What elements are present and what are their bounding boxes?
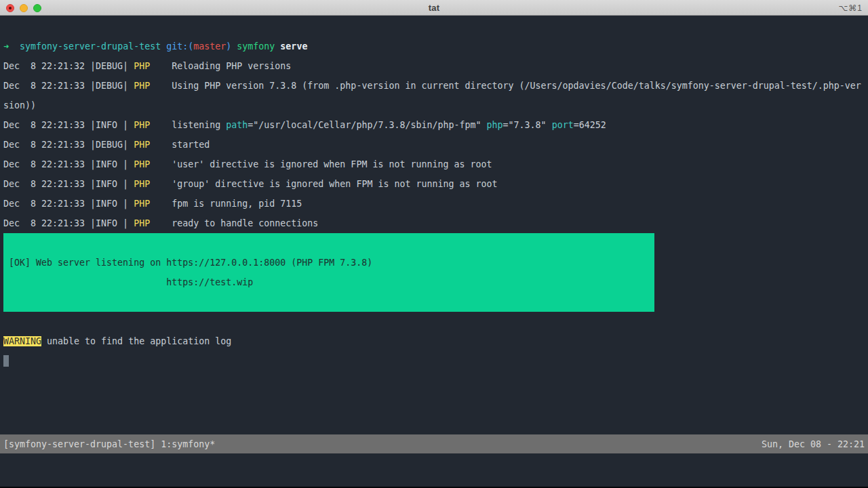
log-line: Dec 8 22:21:32 |DEBUG| PHP Reloading PHP…: [3, 56, 868, 76]
terminal-text-segment: PHP: [134, 218, 150, 228]
warning-badge: WARNING: [3, 336, 41, 346]
terminal-text-segment: Dec 8 22:21:33 |INFO |: [3, 179, 134, 189]
log-line: Dec 8 22:21:33 |INFO | PHP 'user' direct…: [3, 155, 868, 174]
window-titlebar[interactable]: tat ⌥⌘1: [0, 0, 868, 16]
terminal-text-segment: Using PHP version 7.3.8 (from .php-versi…: [150, 81, 861, 91]
terminal-text-segment: unable to find the application log: [41, 336, 231, 346]
terminal-text-segment: PHP: [134, 199, 150, 209]
tmux-status-bar: [symfony-server-drupal-test] 1:symfony* …: [0, 434, 868, 453]
terminal-text-segment: PHP: [134, 81, 150, 91]
terminal-text-segment: Dec 8 22:21:33 |INFO |: [3, 199, 134, 209]
log-line-wrap: sion)): [3, 96, 868, 115]
warning-line: WARNING unable to find the application l…: [3, 331, 868, 351]
terminal-text-segment: ="/usr/local/Cellar/php/7.3.8/sbin/php-f…: [248, 120, 486, 130]
terminal-text-segment: started: [150, 140, 210, 150]
terminal-text-segment: php: [487, 120, 503, 130]
fullscreen-button[interactable]: [33, 4, 41, 12]
terminal-text-segment: path: [226, 120, 248, 130]
success-message-box: [OK] Web server listening on https://127…: [3, 233, 654, 312]
terminal-text-segment: PHP: [134, 159, 150, 169]
terminal-text-segment: Dec 8 22:21:33 |INFO |: [3, 120, 134, 130]
terminal-text-segment: sion)): [3, 100, 36, 110]
log-line: Dec 8 22:21:33 |INFO | PHP 'group' direc…: [3, 174, 868, 194]
terminal-text-segment: ➜: [3, 41, 20, 52]
terminal-text-segment: [161, 41, 166, 52]
terminal-text-segment: PHP: [134, 120, 150, 130]
log-line: Dec 8 22:21:33 |DEBUG| PHP started: [3, 135, 868, 155]
log-line: Dec 8 22:21:33 |INFO | PHP listening pat…: [3, 115, 868, 135]
terminal-text-segment: 'user' directive is ignored when FPM is …: [150, 159, 492, 169]
terminal-text-segment: port: [552, 120, 574, 130]
terminal-text-segment: Dec 8 22:21:32 |DEBUG|: [3, 61, 134, 71]
terminal-content[interactable]: ➜ symfony-server-drupal-test git:(master…: [0, 16, 868, 488]
terminal-text-segment: symfony-server-drupal-test: [20, 41, 161, 52]
tmux-session-window-info: [symfony-server-drupal-test] 1:symfony*: [3, 439, 215, 449]
terminal-text-segment: Dec 8 22:21:33 |DEBUG|: [3, 81, 134, 91]
modified-dot-icon: [9, 7, 12, 9]
terminal-text-segment: master: [193, 41, 226, 52]
terminal-text-segment: fpm is running, pid 7115: [150, 199, 302, 209]
shell-prompt-line: ➜ symfony-server-drupal-test git:(master…: [3, 37, 868, 56]
terminal-cursor: [3, 355, 9, 367]
terminal-text-segment: ="7.3.8": [503, 120, 552, 130]
terminal-text-segment: Dec 8 22:21:33 |INFO |: [3, 218, 134, 228]
traffic-lights: [6, 0, 41, 16]
cursor-line: [3, 351, 868, 371]
terminal-text-segment: Dec 8 22:21:33 |DEBUG|: [3, 140, 134, 150]
terminal-text-segment: PHP: [134, 179, 150, 189]
terminal-text-segment: 'group' directive is ignored when FPM is…: [150, 179, 497, 189]
minimize-button[interactable]: [20, 4, 28, 12]
log-line: Dec 8 22:21:33 |INFO | PHP fpm is runnin…: [3, 194, 868, 214]
tmux-datetime: Sun, Dec 08 - 22:21: [762, 439, 865, 449]
terminal-text-segment: =64252: [574, 120, 606, 130]
blank-line: [3, 312, 868, 331]
window-title: tat: [0, 3, 868, 13]
terminal-text-segment: serve: [280, 41, 307, 52]
terminal-text-segment: listening: [150, 120, 226, 130]
close-button[interactable]: [6, 4, 14, 12]
terminal-text-segment: PHP: [134, 61, 150, 71]
log-line: Dec 8 22:21:33 |DEBUG| PHP Using PHP ver…: [3, 76, 868, 96]
terminal-text-segment: symfony: [237, 41, 275, 52]
terminal-text-segment: git:(: [166, 41, 193, 52]
terminal-text-segment: Reloading PHP versions: [150, 61, 291, 71]
terminal-text-segment: ready to handle connections: [150, 218, 318, 228]
window-shortcut-hint: ⌥⌘1: [838, 0, 863, 16]
log-line: Dec 8 22:21:33 |INFO | PHP ready to hand…: [3, 214, 868, 233]
terminal-text-segment: PHP: [134, 140, 150, 150]
terminal-text-segment: Dec 8 22:21:33 |INFO |: [3, 159, 134, 169]
